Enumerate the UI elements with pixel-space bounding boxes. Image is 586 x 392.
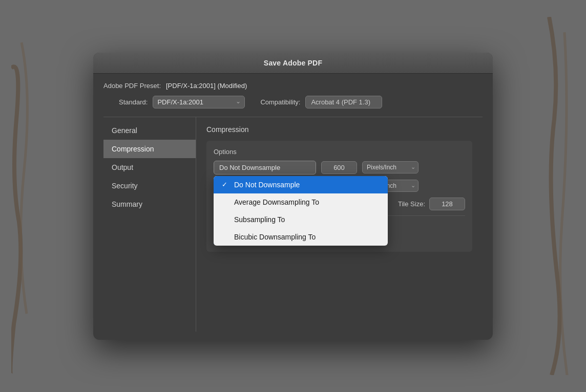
pixels-input-1[interactable] <box>321 161 357 174</box>
downsample-dropdown-popup: ✓ Do Not Downsample Average Downsampling… <box>214 176 388 246</box>
tile-size-input[interactable] <box>429 198 465 210</box>
compatibility-group: Compatibility: Acrobat 4 (PDF 1.3) <box>260 96 382 108</box>
tile-size-row: Tile Size: <box>398 198 465 210</box>
dialog-title: Save Adobe PDF <box>101 59 485 67</box>
title-bar: Save Adobe PDF <box>93 53 493 74</box>
sidebar-item-security[interactable]: Security <box>103 177 196 195</box>
dialog-wrapper: Save Adobe PDF Adobe PDF Preset: [PDF/X-… <box>11 17 575 375</box>
sidebar-item-compression-label: Compression <box>112 145 154 153</box>
compatibility-value: Acrobat 4 (PDF 1.3) <box>305 96 382 108</box>
standard-select-wrapper[interactable]: PDF/X-1a:2001 None PDF/X-3:2002 PDF/X-4:… <box>153 96 245 108</box>
dialog-content: Adobe PDF Preset: [PDF/X-1a:2001] (Modif… <box>93 74 493 340</box>
dropdown-item-bicubic-downsampling[interactable]: Bicubic Downsampling To <box>214 228 388 246</box>
dropdown-item-label-1: Average Downsampling To <box>234 198 319 206</box>
preset-label: Adobe PDF Preset: <box>103 82 161 90</box>
sidebar-item-compression[interactable]: Compression <box>103 140 196 158</box>
standard-select[interactable]: PDF/X-1a:2001 None PDF/X-3:2002 PDF/X-4:… <box>153 96 245 108</box>
dropdown-item-do-not-downsample[interactable]: ✓ Do Not Downsample <box>214 176 388 193</box>
dropdown-item-label-3: Bicubic Downsampling To <box>234 233 316 241</box>
preset-row: Adobe PDF Preset: [PDF/X-1a:2001] (Modif… <box>103 82 483 90</box>
preset-value: [PDF/X-1a:2001] (Modified) <box>166 82 247 90</box>
sidebar-item-summary-label: Summary <box>112 200 142 208</box>
option-row-1: Do Not Downsample ✓ Do Not Downsample <box>214 161 465 175</box>
sidebar-item-output-label: Output <box>112 163 133 171</box>
dropdown-item-label-2: Subsampling To <box>234 215 285 224</box>
dropdown-item-average-downsampling[interactable]: Average Downsampling To <box>214 193 388 211</box>
checkmark-icon: ✓ <box>222 181 230 188</box>
sidebar-item-security-label: Security <box>112 182 138 190</box>
save-pdf-dialog: Save Adobe PDF Adobe PDF Preset: [PDF/X-… <box>93 53 493 340</box>
standard-row: Standard: PDF/X-1a:2001 None PDF/X-3:200… <box>103 96 483 108</box>
sidebar-item-output[interactable]: Output <box>103 158 196 177</box>
sidebar-item-general-label: General <box>112 126 137 135</box>
sidebar-item-summary[interactable]: Summary <box>103 195 196 213</box>
options-title: Options <box>214 148 465 156</box>
sidebar: General Compression Output Security Summ… <box>103 117 196 332</box>
downsample-selected-label: Do Not Downsample <box>219 164 280 171</box>
compatibility-label: Compatibility: <box>260 98 300 106</box>
main-area: General Compression Output Security Summ… <box>103 117 483 332</box>
compression-panel: Compression Options Do Not Downsample <box>196 117 483 332</box>
tile-size-label: Tile Size: <box>398 200 425 208</box>
unit-select-wrapper-1[interactable]: Pixels/Inch Pixels/cm <box>362 161 418 173</box>
downsample-dropdown-container[interactable]: Do Not Downsample ✓ Do Not Downsample <box>214 161 316 175</box>
downsample-select-trigger[interactable]: Do Not Downsample <box>214 161 316 175</box>
sidebar-item-general[interactable]: General <box>103 121 196 140</box>
panel-title: Compression <box>206 125 472 134</box>
dropdown-item-subsampling[interactable]: Subsampling To <box>214 211 388 228</box>
options-section: Options Do Not Downsample ✓ <box>206 141 472 252</box>
dropdown-item-label-0: Do Not Downsample <box>234 181 300 189</box>
unit-select-1[interactable]: Pixels/Inch Pixels/cm <box>362 161 418 173</box>
standard-label: Standard: <box>119 98 148 106</box>
